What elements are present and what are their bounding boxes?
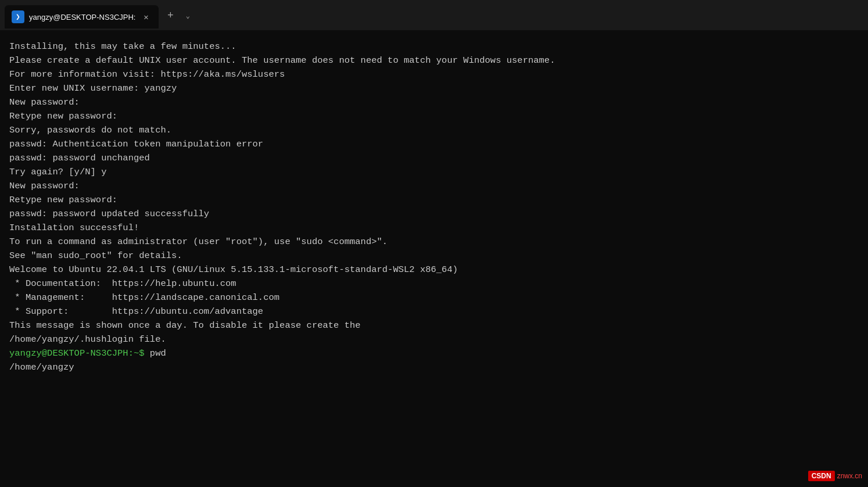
tab-icon: ❯ (12, 10, 24, 23)
terminal-line: yangzy@DESKTOP-NS3CJPH:~$ pwd (9, 346, 859, 360)
terminal-line: New password: (9, 179, 859, 193)
new-tab-button[interactable]: + (161, 6, 180, 25)
terminal-line: Sorry, passwords do not match. (9, 123, 859, 137)
terminal-line: Try again? [y/N] y (9, 165, 859, 179)
terminal-line: * Documentation: https://help.ubuntu.com (9, 277, 859, 291)
terminal-line: To run a command as administrator (user … (9, 235, 859, 249)
terminal-line: See "man sudo_root" for details. (9, 249, 859, 263)
terminal-line: * Support: https://ubuntu.com/advantage (9, 305, 859, 318)
terminal-line: * Management: https://landscape.canonica… (9, 291, 859, 305)
terminal-line: passwd: password updated successfully (9, 207, 859, 221)
title-bar: ❯ yangzy@DESKTOP-NS3CJPH: ✕ + ⌄ (0, 0, 868, 30)
tab[interactable]: ❯ yangzy@DESKTOP-NS3CJPH: ✕ (5, 5, 159, 28)
terminal-line: Retype new password: (9, 193, 859, 207)
tab-title: yangzy@DESKTOP-NS3CJPH: (29, 13, 135, 22)
terminal-line: passwd: Authentication token manipulatio… (9, 137, 859, 151)
close-icon[interactable]: ✕ (140, 11, 152, 23)
terminal-line: Please create a default UNIX user accoun… (9, 53, 859, 67)
terminal-line: Retype new password: (9, 109, 859, 123)
watermark-box: CSDN (808, 471, 835, 481)
terminal-line: Installing, this may take a few minutes.… (9, 40, 859, 53)
terminal-line: Enter new UNIX username: yangzy (9, 81, 859, 95)
terminal-line: /home/yangzy/.hushlogin file. (9, 332, 859, 346)
watermark: CSDN znwx.cn (808, 471, 862, 481)
terminal-line: For more information visit: https://aka.… (9, 67, 859, 81)
terminal-line: New password: (9, 95, 859, 109)
terminal-line: Installation successful! (9, 221, 859, 235)
terminal-body: Installing, this may take a few minutes.… (0, 30, 868, 487)
terminal-line: /home/yangzy (9, 360, 859, 374)
terminal-line: This message is shown once a day. To dis… (9, 318, 859, 332)
dropdown-icon[interactable]: ⌄ (180, 8, 196, 24)
terminal-line: passwd: password unchanged (9, 151, 859, 165)
watermark-text: znwx.cn (837, 472, 862, 480)
terminal-line: Welcome to Ubuntu 22.04.1 LTS (GNU/Linux… (9, 263, 859, 277)
